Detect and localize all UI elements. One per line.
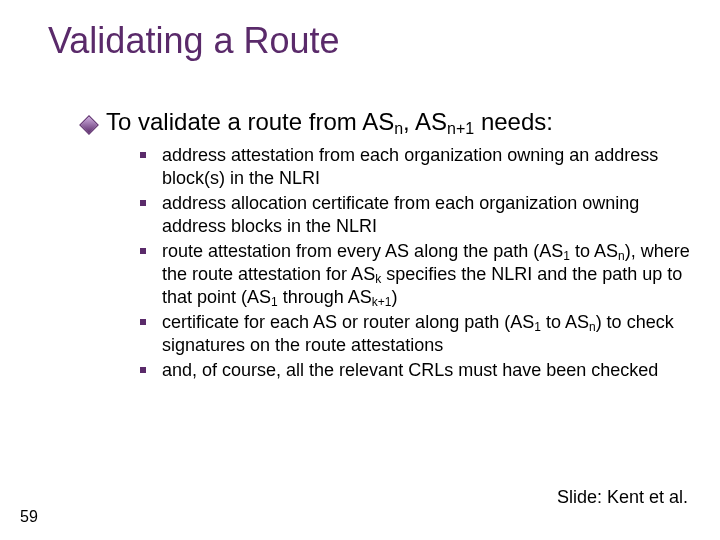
list-item-text: certificate for each AS or router along … — [162, 311, 692, 357]
list-item: certificate for each AS or router along … — [140, 311, 692, 357]
list-item-text: and, of course, all the relevant CRLs mu… — [162, 359, 658, 382]
square-bullet-icon — [140, 319, 146, 325]
list-item: and, of course, all the relevant CRLs mu… — [140, 359, 692, 382]
list-item: address allocation certificate from each… — [140, 192, 692, 238]
lead-suffix: needs: — [474, 108, 553, 135]
list-item-text: route attestation from every AS along th… — [162, 240, 692, 309]
lead-bullet: To validate a route from ASn, ASn+1 need… — [82, 108, 692, 136]
list-item-text: address attestation from each organizati… — [162, 144, 692, 190]
square-bullet-icon — [140, 367, 146, 373]
diamond-bullet-icon — [79, 115, 99, 135]
slide: Validating a Route To validate a route f… — [0, 0, 720, 540]
list-item: route attestation from every AS along th… — [140, 240, 692, 309]
slide-body: To validate a route from ASn, ASn+1 need… — [82, 108, 692, 384]
list-item: address attestation from each organizati… — [140, 144, 692, 190]
lead-sub1: n — [394, 120, 403, 137]
slide-number: 59 — [20, 508, 38, 526]
slide-title: Validating a Route — [48, 20, 340, 62]
lead-text: To validate a route from ASn, ASn+1 need… — [106, 108, 553, 136]
list-item-text: address allocation certificate from each… — [162, 192, 692, 238]
square-bullet-icon — [140, 248, 146, 254]
attribution: Slide: Kent et al. — [557, 487, 688, 508]
lead-mid: , AS — [403, 108, 447, 135]
lead-sub2: n+1 — [447, 120, 474, 137]
lead-prefix: To validate a route from AS — [106, 108, 394, 135]
square-bullet-icon — [140, 200, 146, 206]
sub-bullet-list: address attestation from each organizati… — [140, 144, 692, 382]
square-bullet-icon — [140, 152, 146, 158]
